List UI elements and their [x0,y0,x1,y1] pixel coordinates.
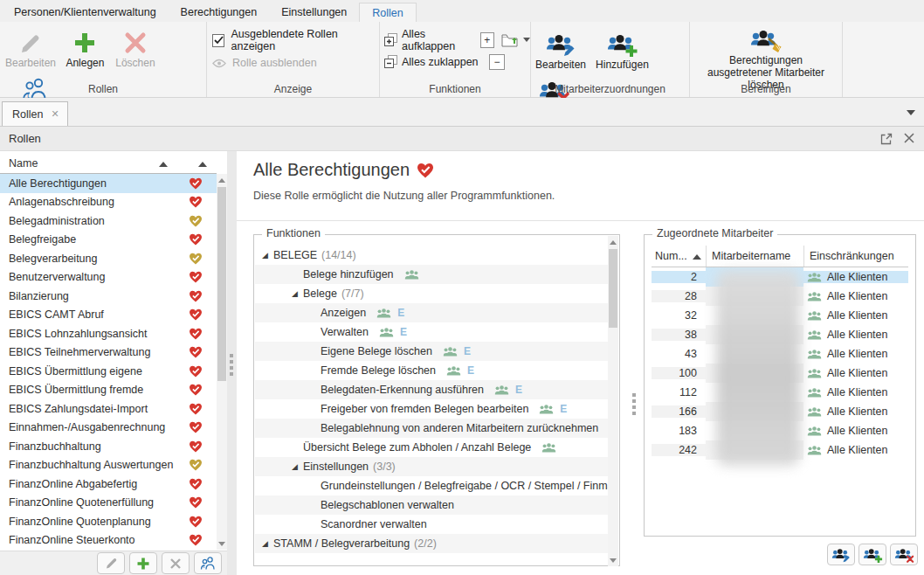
role-row[interactable]: FinanzOnline Quotenplanung [0,512,217,531]
expander-icon[interactable]: ◢ [292,289,303,298]
roles-scrollbar[interactable] [217,174,227,550]
expander-icon[interactable]: ◢ [292,462,303,471]
role-row[interactable]: Benutzerverwaltung [0,268,217,288]
number-column-header[interactable]: Num... [652,246,706,267]
collapse-node-button[interactable]: − [489,54,505,70]
sort-asc-icon[interactable] [198,162,207,167]
function-tree-row[interactable]: ◢ Belege (7/7) [255,284,608,303]
chevron-down-icon[interactable] [523,38,530,42]
scroll-up-icon[interactable] [217,174,227,186]
function-tree-row[interactable]: ◢ Fremde Belege löschen E [255,361,608,380]
role-row[interactable]: Finanzbuchhaltung [0,437,217,456]
function-tree-row[interactable]: ◢ Freigeber von fremden Belegen bearbeit… [255,399,608,419]
show-hidden-roles-checkbox-row[interactable]: Ausgeblendete Rollen anzeigen [212,30,379,51]
member-row[interactable]: 183 Alle Klienten [652,421,908,440]
function-tree-row[interactable]: ◢ Belegdaten-Erkennung ausführen E [255,380,608,399]
function-tree-row[interactable]: ◢ Scanordner verwalten [255,515,608,534]
collapse-all-button[interactable]: Alles zuklappen [402,56,486,68]
assignment-add-button[interactable]: Hinzufügen [592,27,652,71]
member-add-button[interactable] [858,544,886,565]
sort-asc-icon[interactable] [159,162,168,167]
role-row[interactable]: Alle Berechtigungen [0,174,217,193]
delete-role-small-button[interactable] [162,552,190,574]
ribbon-tab-berechtigungen[interactable]: Berechtigungen [169,3,270,22]
ribbon-tab-einstellungen[interactable]: Einstellungen [269,3,359,22]
scroll-up-icon[interactable] [608,236,618,248]
member-row[interactable]: 32 Alle Klienten [652,306,908,325]
close-panel-icon[interactable] [904,133,914,143]
edit-role-small-button[interactable] [97,552,125,574]
checkbox-checked-icon[interactable] [212,34,224,47]
role-row[interactable]: Belegadministration [0,211,217,231]
delete-role-button[interactable]: Löschen [113,25,158,69]
member-row[interactable]: 28 Alle Klienten [652,287,908,306]
function-tree-row[interactable]: ◢ Belege hinzufügen [255,265,608,284]
create-role-button[interactable]: Anlegen [63,25,107,69]
function-tree-row[interactable]: ◢ Verwalten E [255,322,608,342]
expand-node-button[interactable]: + [480,32,494,48]
role-row[interactable]: Bilanzierung [0,287,217,306]
scrollbar-thumb[interactable] [217,187,226,381]
edit-role-button[interactable]: Bearbeiten [3,25,58,69]
scrollbar-thumb[interactable] [609,249,617,328]
role-row[interactable]: Einnahmen-/Ausgabenrechnung [0,419,217,438]
tree-scrollbar[interactable] [608,236,618,566]
groupbox-splitter-grip[interactable] [632,393,636,415]
role-row[interactable]: EBICS CAMT Abruf [0,306,217,325]
member-row[interactable]: 112 Alle Klienten [652,383,908,402]
ribbon-tab-rollen[interactable]: Rollen [359,3,416,22]
role-row[interactable]: Belegverarbeitung [0,249,217,268]
member-row[interactable]: 242 Alle Klienten [652,440,908,460]
function-tree-row[interactable]: ◢ BELEGE (14/14) [255,246,608,265]
popout-icon[interactable] [880,133,893,145]
restrictions-column-header[interactable]: Einschränkungen [803,246,908,267]
splitter-grip[interactable] [230,354,233,376]
member-row[interactable]: 166 Alle Klienten [652,402,908,421]
member-row[interactable]: 2 Alle Klienten [652,267,908,287]
role-row[interactable]: Anlagenabschreibung [0,193,217,212]
sort-asc-icon[interactable] [693,254,701,260]
expander-icon[interactable]: ◢ [262,251,273,260]
role-row[interactable]: FinanzOnline Abgabefertig [0,475,217,494]
cleanup-permissions-button[interactable]: Berechtigungen ausgetretener Mitarbeiter… [690,24,842,91]
folder-import-icon[interactable] [501,33,518,47]
scroll-down-icon[interactable] [217,537,227,550]
expand-all-button[interactable]: Alles aufklappen [402,28,477,52]
vertical-splitter[interactable] [227,151,237,575]
scroll-down-icon[interactable] [608,554,618,566]
name-column-header[interactable]: Name [9,157,38,170]
function-tree-row[interactable]: ◢ Belegschablonen verwalten [255,495,608,515]
ribbon-tab-personen[interactable]: Personen/Klientenverwaltung [2,3,169,22]
document-tab-rollen[interactable]: Rollen ✕ [2,101,68,126]
member-delete-button[interactable] [890,544,918,565]
member-row[interactable]: 43 Alle Klienten [652,344,908,364]
role-row[interactable]: EBICS Übermittlung eigene [0,362,217,381]
function-tree-row[interactable]: ◢ Eigene Belege löschen E [255,342,608,361]
role-row[interactable]: EBICS Lohnzahlungsansicht [0,324,217,343]
member-row[interactable]: 100 Alle Klienten [652,364,908,383]
hide-role-button[interactable]: Rolle ausblenden [212,52,379,73]
expander-icon[interactable]: ◢ [262,539,273,548]
role-row[interactable]: FinanzOnline Steuerkonto [0,531,217,551]
role-row[interactable]: EBICS Teilnehmerverwaltung [0,343,217,363]
function-tree-row[interactable]: ◢ Übersicht Belege zum Abholen / Anzahl … [255,438,608,457]
role-row[interactable]: FinanzOnline Quotenerfüllung [0,494,217,513]
member-edit-button[interactable] [827,544,855,565]
function-tree-row[interactable]: ◢ Einstellungen (3/3) [255,457,608,476]
role-row[interactable]: EBICS Zahlungsdatei-Import [0,399,217,419]
function-tree-row[interactable]: ◢ Belegablehnung von anderen Mitarbeiter… [255,419,608,438]
duplicate-role-small-button[interactable]: t [194,552,222,574]
close-icon[interactable]: ✕ [51,109,59,119]
function-tree-row[interactable]: ◢ Grundeinstellungen / Belegfreigabe / O… [255,476,608,495]
function-tree-row[interactable]: ◢ STAMM / Belegverarbeitung (2/2) [255,534,608,553]
roles-list-header[interactable]: Name [0,154,217,174]
assignment-edit-button[interactable]: Bearbeiten [533,27,589,71]
role-row[interactable]: EBICS Übermittlung fremde [0,381,217,400]
tab-list-dropdown-icon[interactable] [907,110,915,115]
add-role-small-button[interactable] [129,552,157,574]
role-row[interactable]: Finanzbuchhaltung Auswertungen [0,456,217,475]
function-tree-row[interactable]: ◢ Anzeigen E [255,303,608,322]
role-row[interactable]: Belegfreigabe [0,231,217,250]
name-column-header[interactable]: Mitarbeitername [706,246,803,267]
member-row[interactable]: 38 Alle Klienten [652,325,908,344]
